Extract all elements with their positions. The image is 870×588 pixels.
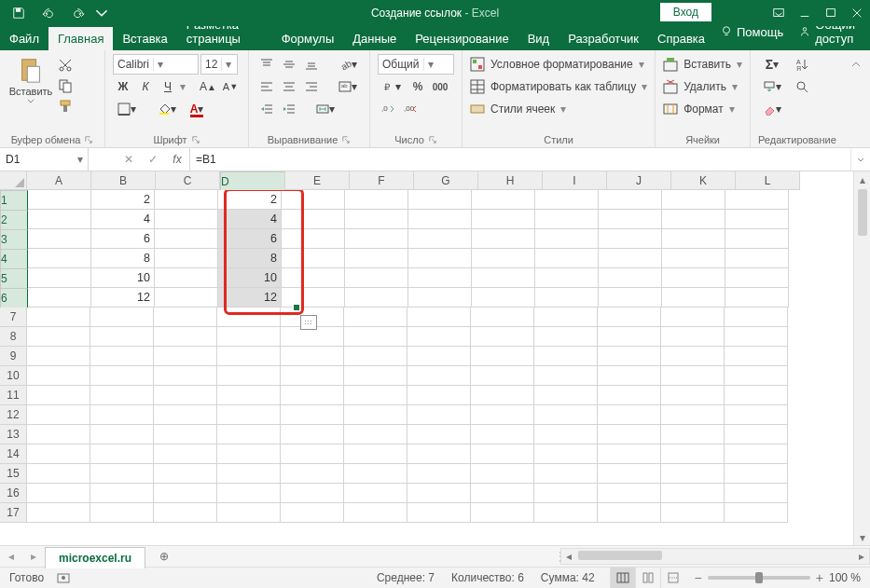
cell[interactable]: [217, 425, 281, 444]
cell[interactable]: [471, 386, 534, 405]
cell[interactable]: [281, 425, 344, 444]
cut-button[interactable]: [56, 56, 75, 75]
cell[interactable]: [534, 308, 598, 327]
cell[interactable]: [27, 464, 90, 484]
cell[interactable]: [281, 366, 344, 386]
cell[interactable]: [598, 444, 661, 464]
cell[interactable]: [598, 425, 661, 444]
cell[interactable]: [535, 190, 599, 210]
cell[interactable]: [27, 444, 90, 464]
cancel-formula-button[interactable]: ✕: [117, 148, 141, 171]
cell[interactable]: [725, 464, 788, 484]
horizontal-scrollbar[interactable]: ◂ ▸: [560, 548, 870, 565]
cell[interactable]: [281, 386, 344, 405]
zoom-in-button[interactable]: +: [816, 570, 823, 585]
align-bottom-button[interactable]: [301, 54, 322, 75]
cell[interactable]: [281, 444, 344, 464]
row-header[interactable]: 16: [0, 484, 27, 503]
cell[interactable]: [599, 288, 662, 308]
cell[interactable]: [282, 288, 345, 308]
cell[interactable]: [408, 229, 472, 249]
cell[interactable]: [344, 503, 407, 523]
cell[interactable]: [471, 484, 534, 503]
cell[interactable]: 8: [218, 249, 282, 268]
cell[interactable]: [28, 268, 91, 288]
zoom-slider[interactable]: [708, 576, 810, 580]
cell[interactable]: [471, 425, 534, 444]
vertical-scrollbar[interactable]: ▴ ▾: [853, 171, 870, 545]
row-header[interactable]: 11: [0, 386, 27, 405]
cell[interactable]: [471, 464, 534, 484]
find-select-button[interactable]: [788, 76, 816, 97]
cell[interactable]: [155, 190, 218, 210]
cell[interactable]: [282, 249, 345, 268]
cell[interactable]: [344, 308, 407, 327]
cell[interactable]: [534, 366, 598, 386]
cell[interactable]: [154, 425, 217, 444]
page-layout-view-button[interactable]: [635, 567, 660, 588]
align-center-button[interactable]: [279, 76, 299, 97]
cell[interactable]: [472, 190, 535, 210]
cell[interactable]: [661, 405, 725, 425]
font-name-select[interactable]: Calibri▾: [113, 54, 199, 75]
cell[interactable]: [534, 425, 598, 444]
cell[interactable]: 8: [91, 249, 155, 268]
cell[interactable]: [282, 190, 345, 210]
cell[interactable]: 6: [91, 229, 155, 249]
cell[interactable]: 4: [218, 210, 282, 229]
decrease-decimal-button[interactable]: ,00: [400, 99, 421, 119]
column-header[interactable]: H: [478, 171, 543, 190]
percent-format-button[interactable]: %: [407, 76, 428, 97]
vertical-scroll-thumb[interactable]: [858, 189, 867, 236]
cell[interactable]: [662, 268, 725, 288]
cell[interactable]: 12: [91, 288, 155, 308]
cell[interactable]: [408, 268, 472, 288]
cell[interactable]: [154, 444, 217, 464]
column-header[interactable]: J: [607, 171, 671, 190]
cell[interactable]: [725, 249, 789, 268]
cell[interactable]: 2: [91, 190, 155, 210]
orientation-button[interactable]: ab▾: [334, 54, 362, 75]
cell[interactable]: [344, 405, 407, 425]
sign-in-button[interactable]: Вход: [660, 3, 711, 21]
cell[interactable]: [217, 405, 281, 425]
cell[interactable]: [27, 327, 90, 347]
row-header[interactable]: 7: [0, 308, 27, 327]
cell[interactable]: [408, 210, 472, 229]
cell[interactable]: [599, 249, 662, 268]
cell[interactable]: [535, 210, 599, 229]
cell[interactable]: [407, 484, 471, 503]
font-dialog-launcher[interactable]: [191, 135, 200, 144]
cell[interactable]: [471, 347, 534, 366]
column-header[interactable]: A: [27, 171, 91, 190]
cell[interactable]: [407, 308, 471, 327]
cell[interactable]: [662, 229, 725, 249]
row-header[interactable]: 14: [0, 444, 27, 464]
cell[interactable]: [154, 484, 217, 503]
cell[interactable]: [28, 229, 91, 249]
cell[interactable]: [599, 229, 662, 249]
format-cells-button[interactable]: Формат▾: [663, 99, 742, 119]
cell[interactable]: [725, 503, 788, 523]
cell[interactable]: [472, 249, 535, 268]
cell[interactable]: [27, 503, 90, 523]
cell[interactable]: [534, 464, 598, 484]
row-header[interactable]: 8: [0, 327, 27, 347]
column-header[interactable]: G: [414, 171, 478, 190]
clipboard-dialog-launcher[interactable]: [84, 135, 93, 144]
cell[interactable]: [535, 288, 599, 308]
cell[interactable]: [27, 425, 90, 444]
cell[interactable]: [344, 366, 407, 386]
underline-button[interactable]: Ч: [158, 76, 178, 97]
cell[interactable]: [472, 288, 535, 308]
cell[interactable]: [27, 484, 90, 503]
paste-button[interactable]: Вставить: [7, 54, 54, 131]
tab-developer[interactable]: Разработчик: [559, 27, 648, 50]
zoom-out-button[interactable]: −: [695, 570, 702, 585]
cell[interactable]: [217, 464, 281, 484]
tab-file[interactable]: Файл: [0, 27, 48, 50]
cell[interactable]: [344, 464, 407, 484]
cell[interactable]: [598, 484, 661, 503]
expand-formula-bar-button[interactable]: [850, 148, 870, 171]
cell[interactable]: [154, 347, 217, 366]
